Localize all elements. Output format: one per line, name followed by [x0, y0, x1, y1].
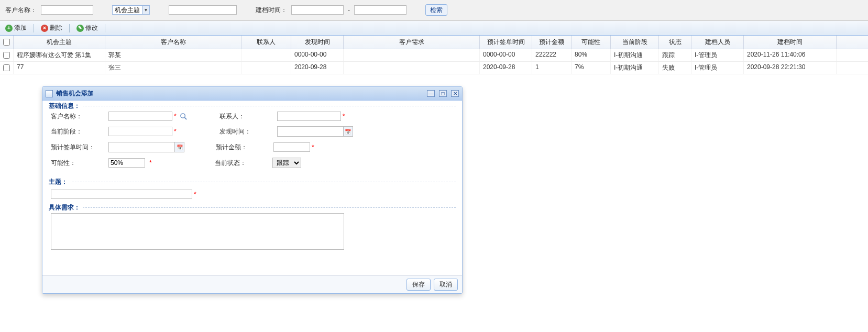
edit-label: 修改 [85, 24, 98, 32]
cell-customer: 郭某 [105, 49, 241, 61]
header-contact[interactable]: 联系人 [241, 36, 291, 49]
row-checkbox[interactable] [3, 52, 10, 59]
topic-combo[interactable]: ▼ [112, 5, 150, 15]
customer-name-label: 客户名称： [5, 6, 37, 15]
cell-est-amt: 222222 [532, 49, 572, 61]
chevron-down-icon[interactable]: ▼ [142, 6, 149, 14]
create-time-to-input[interactable] [354, 5, 406, 15]
cell-topic: 77 [14, 62, 105, 74]
edit-button[interactable]: ✎ 修改 [74, 23, 101, 34]
header-checkbox-cell [0, 36, 14, 49]
cell-need [344, 62, 480, 74]
cell-find-time: 0000-00-00 [291, 49, 344, 61]
cell-est-time: 2020-09-28 [480, 62, 532, 74]
delete-label: 删除 [50, 24, 62, 32]
header-topic[interactable]: 机会主题 [14, 36, 105, 49]
cell-est-amt: 1 [532, 62, 572, 74]
cell-clerk: I-管理员 [691, 62, 744, 74]
toolbar: + 添加 × 删除 ✎ 修改 [0, 20, 868, 36]
header-prob[interactable]: 可能性 [572, 36, 611, 49]
date-dash: - [348, 6, 350, 14]
plus-icon: + [5, 25, 13, 32]
separator [105, 24, 105, 32]
cell-status: 失败 [659, 62, 691, 74]
row-checkbox-cell [0, 49, 14, 61]
cell-find-time: 2020-09-28 [291, 62, 344, 74]
cell-customer: 张三 [105, 62, 241, 74]
cell-prob: 7% [572, 62, 611, 74]
header-need[interactable]: 客户需求 [344, 36, 480, 49]
create-time-label: 建档时间： [256, 6, 287, 15]
row-checkbox[interactable] [3, 64, 10, 71]
search-button[interactable]: 检索 [425, 4, 447, 16]
header-status[interactable]: 状态 [659, 36, 691, 49]
topic-value-input[interactable] [169, 5, 237, 15]
header-est-amt[interactable]: 预计金额 [532, 36, 572, 49]
cell-contact [241, 49, 291, 61]
header-ctime[interactable]: 建档时间 [744, 36, 837, 49]
delete-button[interactable]: × 删除 [38, 23, 65, 34]
edit-icon: ✎ [76, 25, 84, 32]
cell-status: 跟踪 [659, 49, 691, 61]
separator [34, 24, 34, 32]
row-checkbox-cell [0, 62, 14, 74]
header-customer[interactable]: 客户名称 [105, 36, 241, 49]
cell-prob: 80% [572, 49, 611, 61]
header-find-time[interactable]: 发现时间 [291, 36, 344, 49]
delete-icon: × [41, 25, 48, 32]
table-row[interactable]: 程序媛哪有这么可爱 第1集郭某0000-00-000000-00-0022222… [0, 49, 868, 62]
grid-body: 程序媛哪有这么可爱 第1集郭某0000-00-000000-00-0022222… [0, 49, 868, 74]
cell-est-time: 0000-00-00 [480, 49, 532, 61]
cell-topic: 程序媛哪有这么可爱 第1集 [14, 49, 105, 61]
add-label: 添加 [14, 24, 27, 32]
cell-need [344, 49, 480, 61]
cell-contact [241, 62, 291, 74]
search-bar: 客户名称： ▼ 建档时间： - 检索 [0, 0, 868, 20]
separator [69, 24, 70, 32]
cell-stage: I-初期沟通 [611, 62, 659, 74]
create-time-from-input[interactable] [291, 5, 344, 15]
grid-header: 机会主题 客户名称 联系人 发现时间 客户需求 预计签单时间 预计金额 可能性 … [0, 36, 868, 49]
select-all-checkbox[interactable] [3, 39, 10, 46]
customer-name-input[interactable] [41, 5, 93, 15]
table-row[interactable]: 77张三2020-09-282020-09-2817%I-初期沟通失败I-管理员… [0, 62, 868, 74]
add-button[interactable]: + 添加 [3, 23, 29, 34]
header-stage[interactable]: 当前阶段 [611, 36, 659, 49]
header-est-time[interactable]: 预计签单时间 [480, 36, 532, 49]
cell-ctime: 2020-09-28 22:21:30 [744, 62, 837, 74]
cell-clerk: I-管理员 [691, 49, 744, 61]
topic-combo-input[interactable] [113, 6, 142, 14]
cell-ctime: 2020-11-26 11:40:06 [744, 49, 837, 61]
header-clerk[interactable]: 建档人员 [691, 36, 744, 49]
cell-stage: I-初期沟通 [611, 49, 659, 61]
